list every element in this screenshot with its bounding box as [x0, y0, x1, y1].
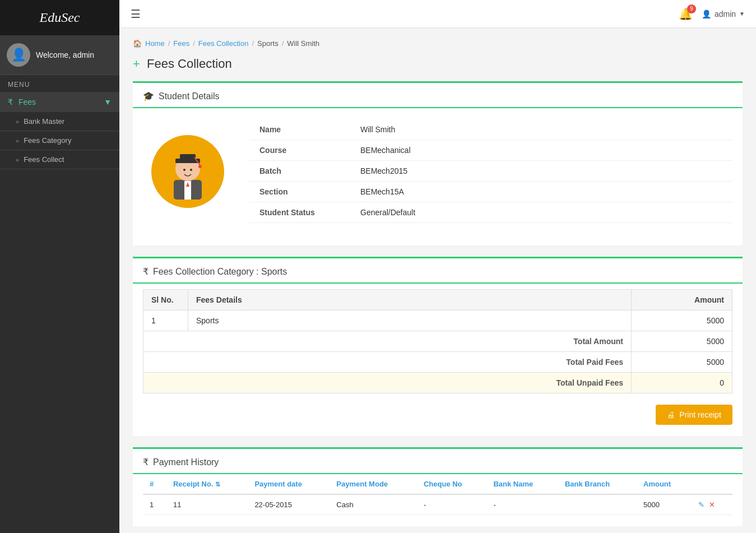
admin-label: admin	[715, 10, 736, 18]
arrow-icon: »	[16, 156, 19, 163]
total-amount-value: 5000	[632, 331, 732, 352]
breadcrumb-fees-collection[interactable]: Fees Collection	[198, 39, 249, 48]
col-payment-date: Payment date	[248, 474, 330, 494]
total-unpaid-value: 0	[632, 373, 732, 393]
svg-point-9	[190, 169, 192, 171]
cell-amount: 5000	[637, 494, 692, 515]
notification-badge: 9	[687, 4, 696, 13]
breadcrumb-sep: /	[282, 39, 284, 48]
breadcrumb-sep: /	[193, 39, 195, 48]
fees-collection-title: Fees Collection Category : Sports	[153, 267, 287, 277]
receipt-col-label: Receipt No.	[173, 480, 214, 488]
plus-icon: +	[133, 57, 140, 71]
total-paid-label: Total Paid Fees	[143, 352, 632, 373]
table-row: Batch BEMech2015	[249, 161, 732, 182]
col-num: #	[143, 474, 166, 494]
cell-sl: 1	[143, 310, 188, 331]
col-sl: Sl No.	[143, 290, 188, 310]
sidebar-item-bank-master[interactable]: » Bank Master	[0, 112, 119, 131]
field-value: BEMechanical	[350, 140, 732, 161]
student-avatar-wrap	[143, 119, 233, 223]
payment-table-wrap: # Receipt No. ⇅ Payment date Payment Mod…	[133, 474, 743, 515]
hamburger-icon[interactable]: ☰	[131, 7, 141, 21]
breadcrumb-fees[interactable]: Fees	[173, 39, 189, 48]
sidebar: EduSec 👤 Welcome, admin Menu ₹ Fees ▼ » …	[0, 0, 119, 533]
sidebar-item-label: Bank Master	[24, 117, 64, 126]
page-title: + Fees Collection	[133, 57, 743, 71]
cell-actions: ✎ ✕	[692, 494, 732, 515]
student-details-header: 🎓 Student Details	[133, 83, 743, 108]
edit-button[interactable]: ✎	[698, 500, 704, 509]
chevron-down-icon: ▼	[739, 11, 745, 17]
user-icon: 👤	[702, 10, 711, 18]
page-title-text: Fees Collection	[147, 57, 232, 71]
print-btn-label: Print receipt	[679, 410, 721, 419]
field-value: General/Default	[350, 202, 732, 223]
avatar: 👤	[7, 43, 30, 67]
cell-cheque-no: -	[417, 494, 487, 515]
field-label: Section	[249, 182, 350, 202]
home-icon: 🏠	[133, 39, 142, 48]
fees-table-wrap: Sl No. Fees Details Amount 1 Sports 5000…	[133, 289, 743, 399]
print-btn-wrap: 🖨 Print receipt	[133, 399, 743, 425]
rupee-icon: ₹	[143, 457, 149, 467]
student-details-body: Name Will Smith Course BEMechanical Batc…	[133, 108, 743, 234]
field-label: Batch	[249, 161, 350, 182]
delete-button[interactable]: ✕	[709, 500, 715, 509]
field-label: Student Status	[249, 202, 350, 223]
breadcrumb-home[interactable]: Home	[145, 39, 165, 48]
notification-bell[interactable]: 🔔 9	[679, 7, 693, 21]
topbar: ☰ 🔔 9 👤 admin ▼	[119, 0, 756, 28]
student-icon: 🎓	[143, 91, 154, 101]
total-amount-row: Total Amount 5000	[143, 331, 732, 352]
col-actions	[692, 474, 732, 494]
rupee-icon: ₹	[143, 266, 149, 277]
col-receipt[interactable]: Receipt No. ⇅	[166, 474, 248, 494]
rupee-icon: ₹	[8, 98, 13, 106]
sidebar-item-label: Fees Category	[24, 136, 71, 145]
breadcrumb-sports: Sports	[257, 39, 279, 48]
col-payment-mode: Payment Mode	[330, 474, 417, 494]
col-bank-branch: Bank Branch	[558, 474, 637, 494]
col-bank-name: Bank Name	[486, 474, 558, 494]
arrow-icon: »	[16, 118, 19, 125]
payment-history-header: ₹ Payment History	[133, 449, 743, 474]
arrow-icon: »	[16, 137, 19, 144]
sidebar-item-fees-collect[interactable]: » Fees Collect	[0, 150, 119, 169]
cell-amount: 5000	[632, 310, 732, 331]
payment-history-card: ₹ Payment History # Receipt No. ⇅ Paymen…	[133, 447, 743, 526]
field-label: Name	[249, 119, 350, 140]
print-receipt-button[interactable]: 🖨 Print receipt	[656, 405, 732, 425]
menu-label: Menu	[0, 75, 119, 92]
breadcrumb-student: Will Smith	[287, 39, 319, 48]
student-details-title: Student Details	[159, 91, 220, 101]
topbar-right: 🔔 9 👤 admin ▼	[679, 7, 745, 21]
admin-user-menu[interactable]: 👤 admin ▼	[702, 10, 745, 18]
total-unpaid-row: Total Unpaid Fees 0	[143, 373, 732, 393]
fees-label: Fees	[18, 98, 36, 106]
fees-menu-section[interactable]: ₹ Fees ▼	[0, 92, 119, 112]
cell-bank-branch	[558, 494, 637, 515]
app-logo: EduSec	[0, 0, 119, 35]
col-cheque-no: Cheque No	[417, 474, 487, 494]
breadcrumb: 🏠 Home / Fees / Fees Collection / Sports…	[133, 39, 743, 48]
content-area: 🏠 Home / Fees / Fees Collection / Sports…	[119, 28, 756, 533]
student-details-card: 🎓 Student Details	[133, 81, 743, 245]
print-icon: 🖨	[667, 410, 675, 419]
cell-payment-mode: Cash	[330, 494, 417, 515]
table-row: Section BEMech15A	[249, 182, 732, 202]
payment-history-title: Payment History	[153, 457, 219, 467]
field-value: Will Smith	[350, 119, 732, 140]
sidebar-item-fees-category[interactable]: » Fees Category	[0, 131, 119, 150]
main-content: ☰ 🔔 9 👤 admin ▼ 🏠 Home / Fees / Fees Col…	[119, 0, 756, 533]
col-amount: Amount	[632, 290, 732, 310]
total-paid-value: 5000	[632, 352, 732, 373]
sidebar-item-label: Fees Collect	[24, 155, 64, 164]
svg-point-7	[198, 165, 202, 168]
breadcrumb-sep: /	[168, 39, 170, 48]
topbar-left: ☰	[131, 7, 141, 21]
table-row: Student Status General/Default	[249, 202, 732, 223]
payment-table: # Receipt No. ⇅ Payment date Payment Mod…	[143, 474, 732, 515]
cell-num: 1	[143, 494, 166, 515]
table-row: 1 11 22-05-2015 Cash - - 5000 ✎ ✕	[143, 494, 732, 515]
